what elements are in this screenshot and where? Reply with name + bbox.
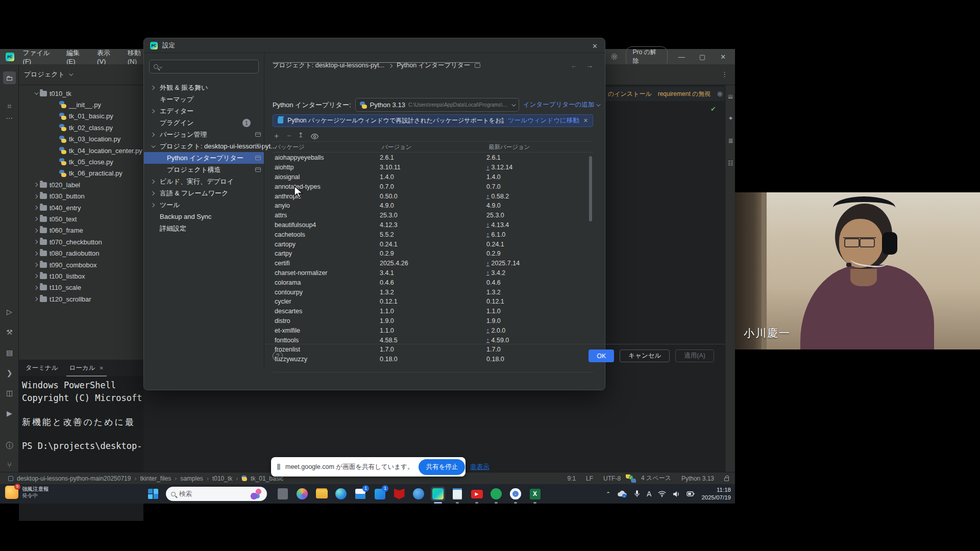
settings-nav-10[interactable]: ツール — [144, 199, 264, 211]
upgrade-arrow-icon[interactable]: ↑ — [486, 165, 489, 170]
hide-popup-link[interactable]: 非表示 — [470, 463, 489, 471]
upgrade-arrow-icon[interactable]: ↑ — [486, 222, 489, 228]
build-icon[interactable]: ⚒ — [3, 325, 16, 338]
settings-nav-4[interactable]: バージョン管理 — [144, 129, 264, 140]
taskbar-app-notepad[interactable] — [450, 487, 464, 501]
package-row-aiohttp[interactable]: aiohttp3.10.11↑3.12.14 — [273, 163, 589, 172]
settings-gear-icon[interactable] — [610, 53, 619, 61]
tree-chevron-icon[interactable] — [34, 217, 38, 221]
nav-chevron-icon[interactable] — [151, 179, 155, 183]
package-row-contourpy[interactable]: contourpy1.3.21.3.2 — [273, 287, 589, 297]
run-tool-icon[interactable]: ▷ — [3, 305, 16, 318]
tree-chevron-icon[interactable] — [34, 274, 38, 278]
show-early-releases-icon[interactable] — [310, 132, 319, 141]
tree-item-t120-scrollbar[interactable]: t120_scrollbar — [34, 293, 91, 305]
encoding[interactable]: UTF-8 — [603, 475, 621, 482]
line-ending[interactable]: LF — [586, 475, 593, 482]
terminal-tab-label[interactable]: ターミナル — [26, 364, 58, 372]
package-row-aiohappyeyeballs[interactable]: aiohappyeyeballs2.6.12.6.1 — [273, 153, 589, 163]
package-row-aiosignal[interactable]: aiosignal1.4.01.4.0 — [273, 172, 589, 182]
taskbar-app-edge[interactable] — [334, 487, 348, 501]
menu-0[interactable]: ファイル(F) — [18, 49, 62, 64]
taskbar-app-youtube[interactable]: ▶ — [470, 487, 484, 501]
settings-nav-7[interactable]: プロジェクト構造 — [144, 164, 264, 176]
taskbar-app-pycharm[interactable] — [431, 487, 445, 501]
inspections-ok-icon[interactable]: ✔ — [710, 105, 716, 113]
status-breadcrumbs[interactable]: desktop-ui-lessons-python-main20250719›t… — [8, 475, 283, 482]
lock-icon[interactable] — [724, 478, 729, 481]
taskbar-app-outlook[interactable]: 1 — [373, 487, 387, 501]
dependencies-icon[interactable]: ☷ — [724, 157, 737, 169]
upgrade-arrow-icon[interactable]: ↑ — [486, 261, 489, 266]
status-crumb-2[interactable]: samples — [180, 475, 203, 482]
taskbar-app-blue-circle-app[interactable] — [411, 487, 426, 501]
tree-item-t090-combobox[interactable]: t090_combobox — [34, 259, 97, 270]
tree-chevron-icon[interactable] — [34, 240, 38, 244]
banner-close-icon[interactable]: ✕ — [583, 117, 588, 124]
settings-nav-0[interactable]: 外観 & 振る舞い — [144, 82, 264, 93]
tree-chevron-icon[interactable] — [34, 297, 38, 301]
battery-icon[interactable] — [687, 491, 695, 497]
minimize-button[interactable]: — — [675, 53, 689, 61]
terminal-tab-local[interactable]: ローカル ✕ — [69, 364, 104, 372]
indent-setting[interactable]: 4 スペース — [641, 474, 671, 483]
taskbar-app-microsoft-store[interactable]: 1 — [353, 487, 368, 501]
tree-chevron-icon[interactable] — [34, 251, 38, 255]
tree-item-t050-text[interactable]: t050_text — [34, 213, 77, 224]
dialog-close-icon[interactable]: ✕ — [592, 42, 598, 50]
wifi-icon[interactable] — [658, 491, 666, 497]
status-crumb-3[interactable]: t010_tk — [212, 475, 232, 482]
nav-chevron-icon[interactable] — [151, 191, 155, 195]
tree-item-tk-04-location-center-py[interactable]: tk_04_location_center.py — [53, 145, 142, 156]
settings-nav-9[interactable]: 言語 & フレームワーク — [144, 187, 264, 199]
help-button[interactable]: ? — [273, 351, 283, 361]
tree-item-t110-scale[interactable]: t110_scale — [34, 282, 81, 293]
taskbar-app-chrome[interactable] — [508, 487, 523, 501]
ok-button[interactable]: OK — [589, 349, 614, 362]
tree-item--init-py[interactable]: __init__.py — [53, 99, 101, 110]
tree-item-t030-button[interactable]: t030_button — [34, 191, 85, 202]
tree-chevron-icon[interactable] — [34, 286, 38, 290]
stop-sharing-button[interactable]: 共有を停止 — [419, 459, 465, 475]
table-scrollbar[interactable] — [589, 156, 592, 221]
status-crumb-1[interactable]: tkinter_files — [140, 475, 171, 482]
tree-item-tk-05-close-py[interactable]: tk_05_close.py — [53, 156, 113, 167]
install-requirements-link[interactable]: のインストール — [608, 90, 652, 98]
version-control-icon[interactable]: ⑂ — [3, 458, 16, 471]
package-row-cartopy[interactable]: cartopy0.24.10.24.1 — [273, 239, 589, 249]
upgrade-arrow-icon[interactable]: ↑ — [486, 270, 489, 276]
onedrive-icon[interactable]: i — [617, 490, 627, 497]
settings-nav-6[interactable]: Python インタープリター — [144, 152, 264, 164]
project-tool-window-header[interactable]: プロジェクト — [24, 70, 72, 79]
tree-chevron-icon[interactable] — [34, 263, 38, 267]
microphone-icon[interactable] — [634, 490, 640, 498]
close-button[interactable]: ✕ — [716, 53, 730, 61]
settings-search-input[interactable] — [149, 60, 259, 73]
remove-package-button[interactable]: − — [287, 131, 291, 141]
tree-item-t060-frame[interactable]: t060_frame — [34, 225, 83, 236]
todo-icon[interactable]: ▤ — [3, 346, 16, 359]
forward-arrow-icon[interactable]: → — [586, 61, 593, 69]
terminal-output[interactable]: Windows PowerShellCopyright (C) Microsof… — [19, 376, 143, 450]
tree-chevron-icon[interactable] — [34, 194, 38, 198]
maximize-button[interactable]: ▢ — [696, 53, 709, 61]
tree-chevron-icon[interactable] — [34, 229, 38, 233]
unlock-pro-button[interactable]: Pro の解除 — [626, 46, 668, 67]
goto-tool-window-link[interactable]: ツールウィンドウに移動 — [508, 116, 579, 125]
tab-options-icon[interactable]: ⋮ — [721, 70, 728, 78]
tree-chevron-icon[interactable] — [34, 183, 38, 187]
packages-icon[interactable]: ◫ — [3, 386, 16, 399]
settings-nav-5[interactable]: プロジェクト: desktop-ui-lessons-pyt... — [144, 140, 264, 152]
close-terminal-icon[interactable]: ✕ — [100, 365, 104, 371]
settings-nav-2[interactable]: エディター — [144, 105, 264, 117]
package-row-cycler[interactable]: cycler0.12.10.12.1 — [273, 297, 589, 307]
settings-nav-12[interactable]: 詳細設定 — [144, 222, 264, 234]
package-row-anyio[interactable]: anyio4.9.04.9.0 — [273, 201, 589, 211]
taskbar-app-mcafee[interactable] — [392, 487, 406, 501]
taskbar-app-green-app[interactable] — [489, 487, 503, 501]
status-crumb-0[interactable]: desktop-ui-lessons-python-main20250719 — [17, 475, 131, 482]
settings-nav-11[interactable]: Backup and Sync — [144, 211, 264, 222]
notifications-bell-icon[interactable]: 🛎 — [724, 90, 737, 103]
tree-item-tk-03-location-py[interactable]: tk_03_location.py — [53, 134, 120, 145]
package-row-annotated-types[interactable]: annotated-types0.7.00.7.0 — [273, 182, 589, 191]
